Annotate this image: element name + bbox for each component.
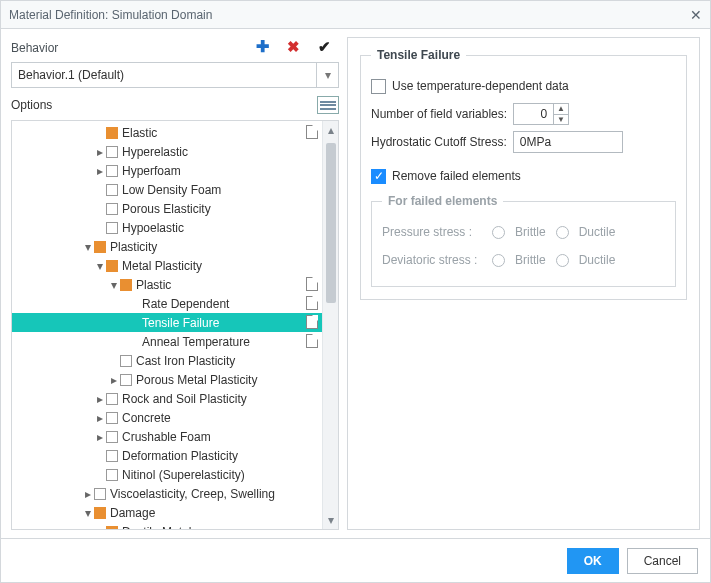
tree-node[interactable]: ▸Rock and Soil Plasticity: [12, 389, 322, 408]
scroll-down-icon[interactable]: ▾: [328, 511, 334, 529]
tree-node[interactable]: ▾Plasticity: [12, 237, 322, 256]
option-checkbox[interactable]: [106, 469, 118, 481]
tree-node[interactable]: ▾Metal Plasticity: [12, 256, 322, 275]
tree-node[interactable]: Rate Dependent: [12, 294, 322, 313]
remove-failed-checkbox[interactable]: [371, 169, 386, 184]
collapse-icon[interactable]: ▾: [108, 278, 120, 292]
tree-node[interactable]: ▸Hyperelastic: [12, 142, 322, 161]
tree-node[interactable]: Nitinol (Superelasticity): [12, 465, 322, 484]
spin-down-icon[interactable]: ▼: [554, 115, 568, 125]
scroll-thumb[interactable]: [326, 143, 336, 303]
ok-button[interactable]: OK: [567, 548, 619, 574]
behavior-header: Behavior ✚ ✖ ✔: [11, 37, 339, 62]
options-tree-wrap: Elastic▸Hyperelastic▸HyperfoamLow Densit…: [11, 120, 339, 530]
option-checkbox[interactable]: [106, 450, 118, 462]
option-checkbox[interactable]: [106, 203, 118, 215]
document-icon: [306, 296, 318, 310]
option-checkbox[interactable]: [106, 146, 118, 158]
option-checkbox[interactable]: [94, 241, 106, 253]
right-panel: Tensile Failure Use temperature-dependen…: [347, 37, 700, 530]
close-icon[interactable]: ✕: [690, 7, 702, 23]
scroll-up-icon[interactable]: ▴: [328, 121, 334, 139]
collapse-icon[interactable]: ▾: [82, 506, 94, 520]
deviatoric-ductile-radio: [556, 254, 569, 267]
collapse-icon[interactable]: ▾: [94, 259, 106, 273]
tree-node[interactable]: Cast Iron Plasticity: [12, 351, 322, 370]
tree-label: Viscoelasticity, Creep, Swelling: [110, 487, 275, 501]
options-columns-icon[interactable]: [317, 96, 339, 114]
tree-node[interactable]: Elastic: [12, 123, 322, 142]
option-checkbox[interactable]: [106, 260, 118, 272]
tree-node[interactable]: ▾Plastic: [12, 275, 322, 294]
option-checkbox[interactable]: [106, 165, 118, 177]
tree-label: Deformation Plasticity: [122, 449, 238, 463]
behavior-combobox[interactable]: Behavior.1 (Default) ▾: [11, 62, 339, 88]
tree-label: Plastic: [136, 278, 171, 292]
tree-node[interactable]: Anneal Temperature: [12, 332, 322, 351]
tree-node[interactable]: ▸Crushable Foam: [12, 427, 322, 446]
option-checkbox[interactable]: [120, 279, 132, 291]
tree-node[interactable]: ▾Damage: [12, 503, 322, 522]
document-icon: [306, 125, 318, 139]
delete-behavior-icon[interactable]: ✖: [287, 38, 300, 56]
expand-icon[interactable]: ▸: [108, 373, 120, 387]
option-checkbox[interactable]: [106, 127, 118, 139]
tree-node[interactable]: ▸Concrete: [12, 408, 322, 427]
tree-label: Damage: [110, 506, 155, 520]
tree-node[interactable]: Hypoelastic: [12, 218, 322, 237]
behavior-label: Behavior: [11, 41, 58, 55]
tree-node[interactable]: Porous Elasticity: [12, 199, 322, 218]
option-checkbox[interactable]: [94, 488, 106, 500]
add-behavior-icon[interactable]: ✚: [256, 37, 269, 56]
tree-node[interactable]: ▸Hyperfoam: [12, 161, 322, 180]
option-checkbox[interactable]: [106, 222, 118, 234]
collapse-icon[interactable]: ▾: [82, 240, 94, 254]
tree-label: Plasticity: [110, 240, 157, 254]
temp-dependent-checkbox[interactable]: [371, 79, 386, 94]
pressure-label: Pressure stress :: [382, 225, 482, 239]
options-tree[interactable]: Elastic▸Hyperelastic▸HyperfoamLow Densit…: [12, 121, 322, 529]
expand-icon[interactable]: ▸: [94, 411, 106, 425]
hcs-input[interactable]: [513, 131, 623, 153]
option-checkbox[interactable]: [106, 431, 118, 443]
option-checkbox[interactable]: [120, 374, 132, 386]
collapse-icon[interactable]: ▾: [94, 525, 106, 530]
tree-node[interactable]: ▸Porous Metal Plasticity: [12, 370, 322, 389]
title-bar: Material Definition: Simulation Domain ✕: [1, 1, 710, 29]
deviatoric-ductile-label: Ductile: [579, 253, 616, 267]
tree-node[interactable]: ▸Viscoelasticity, Creep, Swelling: [12, 484, 322, 503]
nfv-spinner[interactable]: ▲▼: [513, 103, 569, 125]
nfv-input[interactable]: [513, 103, 553, 125]
chevron-down-icon[interactable]: ▾: [316, 63, 338, 87]
expand-icon[interactable]: ▸: [94, 145, 106, 159]
options-header: Options: [11, 96, 339, 114]
hcs-label: Hydrostatic Cutoff Stress:: [371, 135, 507, 149]
option-checkbox[interactable]: [106, 184, 118, 196]
tree-label: Metal Plasticity: [122, 259, 202, 273]
expand-icon[interactable]: ▸: [94, 430, 106, 444]
expand-icon[interactable]: ▸: [94, 392, 106, 406]
tree-node[interactable]: Tensile Failure: [12, 313, 322, 332]
tree-scrollbar[interactable]: ▴ ▾: [322, 121, 338, 529]
tree-node[interactable]: Deformation Plasticity: [12, 446, 322, 465]
expand-icon[interactable]: ▸: [82, 487, 94, 501]
option-checkbox[interactable]: [94, 507, 106, 519]
option-checkbox[interactable]: [106, 412, 118, 424]
tree-label: Concrete: [122, 411, 171, 425]
option-checkbox[interactable]: [106, 526, 118, 530]
spin-up-icon[interactable]: ▲: [554, 104, 568, 115]
option-checkbox[interactable]: [106, 393, 118, 405]
tree-label: Porous Metal Plasticity: [136, 373, 257, 387]
cancel-button[interactable]: Cancel: [627, 548, 698, 574]
expand-icon[interactable]: ▸: [94, 164, 106, 178]
confirm-behavior-icon[interactable]: ✔: [318, 38, 331, 56]
tree-label: Hyperelastic: [122, 145, 188, 159]
document-icon: [306, 334, 318, 348]
tree-label: Low Density Foam: [122, 183, 221, 197]
behavior-value: Behavior.1 (Default): [12, 63, 316, 87]
tree-label: Tensile Failure: [142, 316, 219, 330]
tree-node[interactable]: ▾Ductile Metals: [12, 522, 322, 529]
group-title: Tensile Failure: [371, 48, 466, 62]
tree-node[interactable]: Low Density Foam: [12, 180, 322, 199]
option-checkbox[interactable]: [120, 355, 132, 367]
